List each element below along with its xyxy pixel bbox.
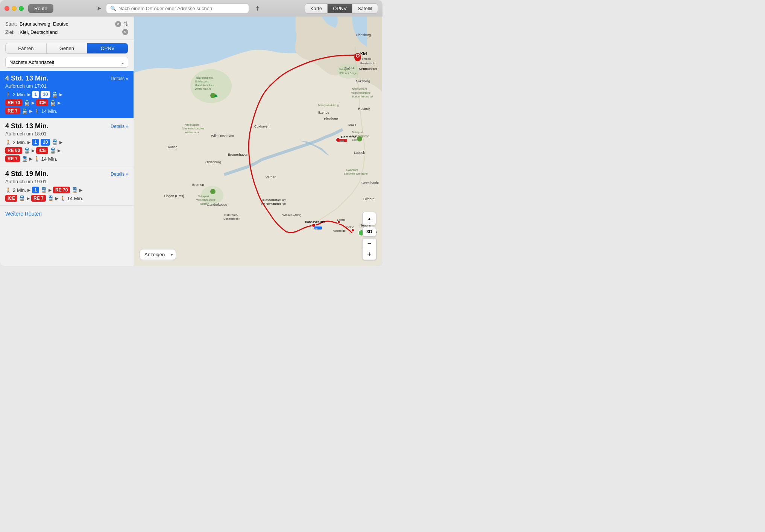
details-link-0[interactable]: Details <box>111 76 128 81</box>
anzeigen-select[interactable]: Anzeigen <box>140 249 176 260</box>
train-icon: 🚆 <box>47 195 54 201</box>
svg-text:Lingen (Ems): Lingen (Ems) <box>164 194 184 198</box>
details-link-2[interactable]: Details <box>111 172 128 177</box>
person-walking-icon: 🚶 <box>5 140 11 145</box>
mode-oepnv[interactable]: ÖPNV <box>87 43 128 53</box>
walk-duration: 14 Min. <box>67 196 83 201</box>
route-steps-0: 🚶2 Min.▶110🚆▶RE 70🚆▶ICE🚆▶RE 7🚆▶🚶14 Min. <box>5 91 128 114</box>
svg-text:Naturpark: Naturpark <box>346 169 358 172</box>
share-button[interactable]: ⬆ <box>252 3 263 14</box>
step-arrow-icon: ▶ <box>29 157 32 161</box>
walk-duration: 14 Min. <box>41 156 58 162</box>
person-walking-icon: 🚶 <box>34 108 40 114</box>
further-routes-link[interactable]: Weitere Routen <box>5 211 42 217</box>
start-value: Braunschweig, Deutsc <box>20 21 113 27</box>
svg-text:Scharmbeck: Scharmbeck <box>223 217 240 220</box>
svg-text:Vorpommersche: Vorpommersche <box>351 91 370 94</box>
map-3d-controls: ▲ 3D − + <box>362 212 376 260</box>
svg-text:Naturpark: Naturpark <box>198 195 209 198</box>
badge-red: RE 7 <box>5 108 20 114</box>
route-option-2[interactable]: 4 Std. 19 Min.DetailsAufbruch um 19:01🚶2… <box>0 166 134 206</box>
route-steps-1: 🚶2 Min.▶110🚆▶RE 60🚆▶ICE🚆▶RE 7🚆▶🚶14 Min. <box>5 139 128 162</box>
svg-text:Lehrte: Lehrte <box>337 218 346 222</box>
clear-start-button[interactable]: ✕ <box>115 21 121 27</box>
train-icon: 🚆 <box>24 100 30 106</box>
person-walking-icon: 🚶 <box>34 156 40 162</box>
mode-gehen[interactable]: Gehen <box>47 43 88 53</box>
details-link-1[interactable]: Details <box>111 124 128 129</box>
badge-red: RE 70 <box>5 99 22 106</box>
badge-red: RE 7 <box>31 195 46 202</box>
svg-text:Stade: Stade <box>348 123 356 126</box>
svg-text:Geest: Geest <box>200 202 207 205</box>
location-button[interactable]: ➤ <box>95 3 103 13</box>
svg-text:Geesthacht: Geesthacht <box>361 181 379 185</box>
ziel-label: Ziel: <box>5 29 17 35</box>
walk-duration: 2 Min. <box>13 92 26 97</box>
svg-text:Naturpark Aukrug: Naturpark Aukrug <box>318 104 339 107</box>
svg-text:Elbhöhen-Wendland: Elbhöhen-Wendland <box>344 172 367 175</box>
badge-blue: 10 <box>41 139 50 146</box>
route-departure-2: Aufbruch um 19:01 <box>5 179 128 184</box>
badge-red: RE 70 <box>53 187 70 193</box>
zoom-buttons: − + <box>362 238 376 260</box>
anzeigen-select-wrap: Anzeigen ▾ <box>140 249 176 260</box>
person-walking-icon: 🚶 <box>5 92 11 97</box>
3d-button[interactable]: 3D <box>363 227 376 237</box>
clear-ziel-button[interactable]: ✕ <box>122 29 128 35</box>
sidebar: Start: Braunschweig, Deutsc ✕ ⇅ Ziel: Ki… <box>0 17 134 266</box>
badge-red: RE 7 <box>5 155 20 162</box>
search-input[interactable] <box>118 6 245 11</box>
person-walking-icon: 🚶 <box>60 196 66 201</box>
svg-text:🌲: 🌲 <box>214 94 218 97</box>
svg-text:der Norheide: der Norheide <box>261 202 278 205</box>
step-row-0-1: RE 70🚆▶ICE🚆▶ <box>5 99 128 106</box>
step-arrow-icon: ▶ <box>29 109 32 114</box>
map-type-satellit[interactable]: Satellit <box>352 4 378 13</box>
svg-point-19 <box>210 189 216 194</box>
svg-point-15 <box>357 136 362 141</box>
route-departure-1: Aufbruch um 18:01 <box>5 131 128 137</box>
route-button[interactable]: Route <box>28 4 53 13</box>
compass-button[interactable]: ▲ <box>363 212 376 225</box>
svg-text:Bordesholm: Bordesholm <box>360 62 376 65</box>
mode-fahren[interactable]: Fahren <box>6 43 47 53</box>
svg-text:Cuxhaven: Cuxhaven <box>254 125 270 128</box>
map-bottom-controls: Anzeigen ▾ <box>140 249 176 260</box>
svg-text:Flensburg: Flensburg <box>356 33 371 37</box>
svg-text:Verden: Verden <box>266 175 276 179</box>
departure-select[interactable]: Nächste Abfahrtszeit <box>5 57 128 68</box>
badge-blue: 1 <box>32 139 39 146</box>
titlebar: Route ➤ 🔍 ⬆ Karte ÖPNV Satellit <box>0 0 382 17</box>
svg-text:Bremerhaven: Bremerhaven <box>228 153 248 157</box>
svg-text:Nationalpark: Nationalpark <box>196 76 213 79</box>
step-arrow-icon: ▶ <box>58 100 61 105</box>
step-row-0-0: 🚶2 Min.▶110🚆▶ <box>5 91 128 98</box>
svg-text:Elmshorn: Elmshorn <box>324 117 338 121</box>
maximize-button[interactable] <box>19 6 24 11</box>
badge-blue: 10 <box>41 91 50 98</box>
ziel-value: Kiel, Deutschland <box>20 29 120 35</box>
step-arrow-icon: ▶ <box>79 188 82 193</box>
close-button[interactable] <box>5 6 9 11</box>
route-option-1[interactable]: 4 Std. 13 Min.DetailsAufbruch um 18:01🚶2… <box>0 119 134 166</box>
svg-text:🚌🚌: 🚌🚌 <box>340 140 345 142</box>
svg-text:Niedersächsisches: Niedersächsisches <box>182 127 204 130</box>
zoom-plus-button[interactable]: + <box>363 249 376 260</box>
svg-text:Hannover Hbf: Hannover Hbf <box>305 220 325 223</box>
train-icon: 🚆 <box>50 147 56 154</box>
route-departure-0: Aufbruch um 17:01 <box>5 83 128 89</box>
swap-button[interactable]: ⇅ <box>123 20 128 27</box>
svg-text:Osterholz-: Osterholz- <box>224 213 238 217</box>
minimize-button[interactable] <box>12 6 17 11</box>
zoom-minus-button[interactable]: − <box>363 239 376 249</box>
step-row-1-1: RE 60🚆▶ICE🚆▶ <box>5 147 128 154</box>
svg-text:Boddenlandschaft: Boddenlandschaft <box>352 95 373 98</box>
route-option-0[interactable]: 4 Std. 13 Min.DetailsAufbruch um 17:01🚶2… <box>0 71 134 119</box>
step-arrow-icon: ▶ <box>27 196 30 201</box>
svg-text:Bremen: Bremen <box>192 183 204 187</box>
route-duration-0: 4 Std. 13 Min. <box>5 74 49 82</box>
map-type-oepnv[interactable]: ÖPNV <box>328 4 352 13</box>
map-type-karte[interactable]: Karte <box>305 4 328 13</box>
svg-text:Nationalpark: Nationalpark <box>185 123 200 126</box>
